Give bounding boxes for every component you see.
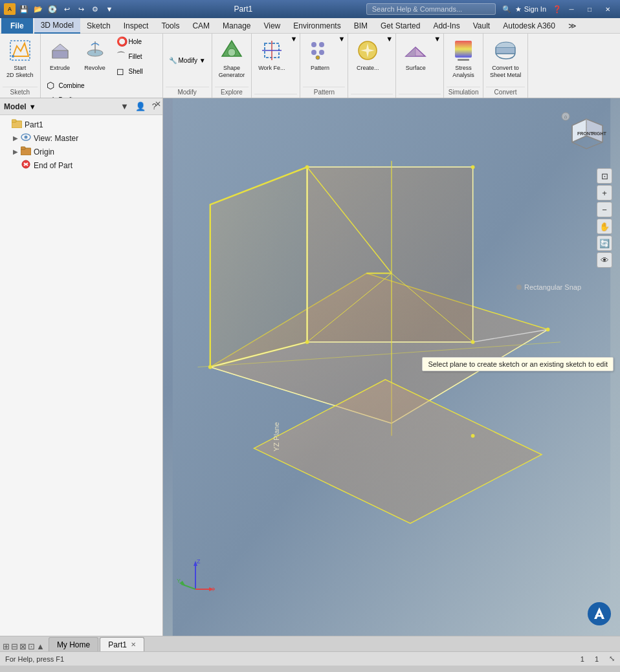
extrude-btn[interactable]: Extrude: [43, 35, 77, 73]
tree-item-part1[interactable]: Part1: [0, 118, 162, 131]
tab-single-btn[interactable]: ⊡: [28, 642, 35, 651]
viewcube[interactable]: ⌂ FRONT RIGHT: [560, 111, 612, 163]
menu-tools[interactable]: Tools: [155, 18, 186, 34]
fillet-btn[interactable]: ⌒ Fillet: [113, 49, 146, 63]
redo-btn[interactable]: ↪: [75, 3, 87, 15]
menu-cam[interactable]: CAM: [186, 18, 216, 34]
surface-expand[interactable]: ▼: [434, 35, 441, 43]
shell-icon: ◻: [116, 66, 127, 76]
tab-part1[interactable]: Part1 ✕: [100, 637, 144, 651]
filter-icon[interactable]: ▼: [118, 101, 131, 112]
bookmark-icon[interactable]: ★: [513, 3, 524, 15]
tab-tile-btn[interactable]: ⊞: [3, 642, 10, 651]
draft-btn[interactable]: ◁ Draft: [43, 93, 88, 98]
open-btn[interactable]: 📂: [32, 3, 44, 15]
page-num-2: 1: [595, 655, 599, 663]
tab-horizontal-btn[interactable]: ⊟: [11, 642, 18, 651]
menu-sketch[interactable]: Sketch: [80, 18, 117, 34]
combine-btn[interactable]: ⬡ Combine: [43, 79, 88, 92]
zoom-in-btn[interactable]: +: [597, 185, 612, 201]
minimize-btn[interactable]: ─: [563, 3, 580, 15]
menu-vault[interactable]: Vault: [467, 18, 496, 34]
menu-add-ins[interactable]: Add-Ins: [426, 18, 466, 34]
model-tree: Part1 ▶ View: Master ▶: [0, 115, 162, 636]
settings-btn[interactable]: ⚙: [89, 3, 101, 15]
menu-view[interactable]: View: [257, 18, 287, 34]
origin-folder-icon: [21, 146, 31, 157]
tab-up-btn[interactable]: ▲: [36, 642, 45, 651]
undo-btn[interactable]: ↩: [61, 3, 72, 15]
hole-btn[interactable]: ⭕ Hole: [113, 35, 146, 48]
new-btn[interactable]: 💾: [18, 3, 30, 15]
users-icon[interactable]: 👤: [133, 101, 148, 112]
snap-label: Rectangular Snap: [516, 283, 581, 291]
create2-expand[interactable]: ▼: [386, 35, 393, 43]
tab-vertical-btn[interactable]: ⊠: [19, 642, 27, 651]
window-controls: ─ □ ✕: [563, 3, 616, 15]
pan-btn[interactable]: ✋: [597, 219, 612, 234]
more-btn[interactable]: ▼: [104, 3, 115, 15]
view-master-icon: [21, 133, 31, 144]
menu-environments[interactable]: Environments: [287, 18, 347, 34]
menu-inspect[interactable]: Inspect: [117, 18, 155, 34]
ribbon-group-explore: ShapeGenerator Explore: [212, 34, 252, 98]
search-input[interactable]: [366, 3, 496, 15]
svg-rect-22: [455, 41, 472, 58]
shape-generator-btn[interactable]: ShapeGenerator: [215, 35, 249, 80]
look-btn[interactable]: 👁: [597, 252, 612, 268]
work-features-icon: [259, 38, 285, 63]
menu-get-started[interactable]: Get Started: [374, 18, 426, 34]
orbit-btn[interactable]: 🔄: [597, 235, 612, 251]
pattern-btn[interactable]: Pattern: [303, 35, 337, 73]
create2-btn[interactable]: Create...: [351, 35, 384, 73]
convert-sheet-metal-btn[interactable]: Convert toSheet Metal: [486, 35, 525, 80]
model-panel-dropdown-icon[interactable]: ▼: [29, 103, 36, 111]
menu-manage[interactable]: Manage: [216, 18, 257, 34]
svg-point-57: [208, 365, 212, 369]
menu-autodesk-a360[interactable]: Autodesk A360: [496, 18, 562, 34]
save-btn[interactable]: 💽: [47, 3, 58, 15]
quick-access-toolbar: 💾 📂 💽 ↩ ↪ ⚙ ▼: [18, 3, 115, 15]
svg-text:RIGHT: RIGHT: [592, 131, 607, 136]
svg-point-55: [471, 340, 475, 344]
sign-in-btn[interactable]: Sign In: [524, 5, 546, 13]
svg-point-54: [471, 165, 475, 169]
close-btn[interactable]: ✕: [599, 3, 616, 15]
axes-svg: Z X Y: [176, 557, 215, 596]
pattern-expand[interactable]: ▼: [338, 35, 345, 43]
part1-tab-close[interactable]: ✕: [131, 641, 136, 648]
stress-analysis-btn[interactable]: StressAnalysis: [447, 35, 480, 80]
menu-bim[interactable]: BIM: [348, 18, 374, 34]
work-features-expand[interactable]: ▼: [291, 35, 298, 43]
ribbon-group-create2: Create... ▼: [348, 34, 396, 98]
menu-expand[interactable]: ≫: [562, 18, 583, 34]
shell-btn[interactable]: ◻ Shell: [113, 65, 146, 78]
viewcube-svg[interactable]: ⌂ FRONT RIGHT: [560, 111, 612, 163]
tree-item-view-master[interactable]: ▶ View: Master: [0, 131, 162, 145]
help-btn[interactable]: ❓: [551, 3, 563, 15]
resize-icon[interactable]: ⤡: [609, 655, 615, 663]
revolve-btn[interactable]: Revolve: [78, 35, 112, 73]
surface-label: Surface: [406, 65, 426, 72]
zoom-extents-btn[interactable]: ⊡: [597, 168, 612, 184]
tree-item-end-of-part[interactable]: End of Part: [0, 158, 162, 172]
search-icon[interactable]: 🔍: [501, 3, 513, 15]
maximize-btn[interactable]: □: [581, 3, 598, 15]
work-features-btn[interactable]: Work Fe...: [254, 35, 289, 73]
svg-text:Z: Z: [197, 558, 201, 565]
tree-item-origin[interactable]: ▶ Origin: [0, 145, 162, 158]
panel-close-icon[interactable]: ✕: [155, 100, 161, 109]
modify-btn[interactable]: 🔧 Modify ▼: [166, 56, 209, 65]
svg-point-59: [471, 434, 475, 438]
file-menu[interactable]: File: [1, 18, 33, 34]
sketch-btn-label: Start2D Sketch: [6, 65, 34, 79]
menu-3d-model[interactable]: 3D Model: [34, 18, 80, 34]
start-2d-sketch-btn[interactable]: Start2D Sketch: [3, 35, 38, 80]
svg-rect-82: [595, 615, 603, 617]
ribbon-group-convert: Convert toSheet Metal Convert: [483, 34, 528, 98]
zoom-out-btn[interactable]: −: [597, 202, 612, 217]
model-panel: Model ▼ ▼ 👤 ? ✕ Part1: [0, 98, 163, 636]
tab-my-home[interactable]: My Home: [49, 637, 98, 651]
surface-btn[interactable]: Surface: [399, 35, 432, 73]
viewport[interactable]: YZ Plane Rectangular Snap Select plane t…: [163, 98, 620, 636]
